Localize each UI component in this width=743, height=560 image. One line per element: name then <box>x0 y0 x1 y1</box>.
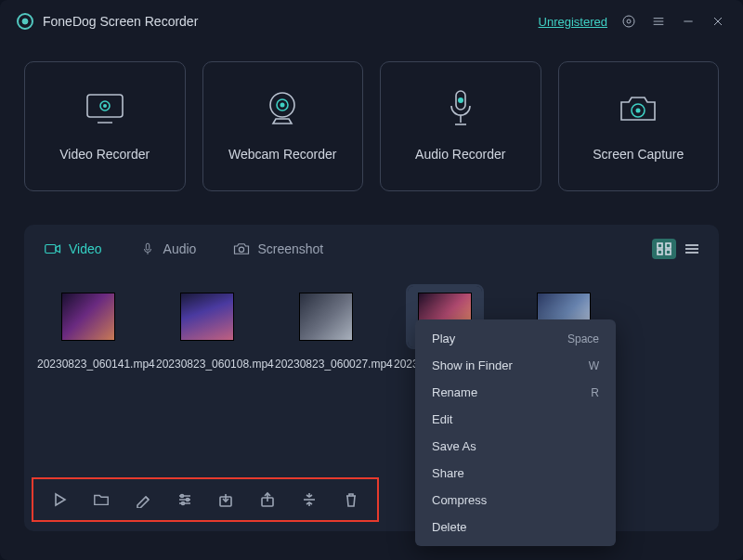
svg-point-18 <box>458 98 463 103</box>
gallery-tabs: Video Audio Screenshot <box>39 238 704 260</box>
svg-rect-25 <box>658 243 662 248</box>
list-view-button[interactable] <box>680 239 704 259</box>
titlebar: FoneDog Screen Recorder Unregistered <box>0 0 743 43</box>
tab-video[interactable]: Video <box>39 238 108 260</box>
ctx-save-as[interactable]: Save As <box>415 433 616 460</box>
titlebar-right: Unregistered <box>539 13 726 30</box>
webcam-icon <box>262 91 303 126</box>
save-button[interactable] <box>216 490 235 509</box>
card-video-recorder[interactable]: Video Recorder <box>24 61 186 191</box>
ctx-shortcut: R <box>591 386 599 399</box>
delete-button[interactable] <box>342 490 360 509</box>
card-label: Audio Recorder <box>415 147 505 162</box>
ctx-edit[interactable]: Edit <box>415 406 616 433</box>
thumbnail-label: 20230823_060108.mp4 <box>156 357 258 371</box>
card-label: Webcam Recorder <box>228 147 336 162</box>
card-webcam-recorder[interactable]: Webcam Recorder <box>202 61 364 191</box>
tab-label: Audio <box>163 241 197 256</box>
thumbnail-item[interactable]: 20230823_060108.mp4 <box>165 286 249 371</box>
edit-button[interactable] <box>134 490 152 509</box>
ctx-label: Play <box>432 332 455 345</box>
ctx-label: Compress <box>432 493 487 507</box>
svg-rect-28 <box>666 250 671 254</box>
app-logo-icon <box>17 13 33 30</box>
close-icon[interactable] <box>710 13 726 30</box>
compress-button[interactable] <box>300 490 319 509</box>
ctx-rename[interactable]: RenameR <box>415 379 616 406</box>
camera-icon <box>617 91 659 126</box>
thumbnail-label: 20230823_060027.mp4 <box>275 357 377 371</box>
ctx-label: Show in Finder <box>432 358 513 372</box>
tab-label: Screenshot <box>257 241 323 256</box>
svg-rect-22 <box>146 243 150 250</box>
ctx-show-in-finder[interactable]: Show in FinderW <box>415 352 616 379</box>
view-toggle <box>652 239 704 259</box>
ctx-label: Save As <box>432 439 476 453</box>
ctx-label: Delete <box>432 520 467 534</box>
svg-rect-26 <box>666 243 671 248</box>
unregistered-link[interactable]: Unregistered <box>539 15 607 29</box>
thumbnail-image <box>299 293 353 341</box>
ctx-label: Share <box>432 466 464 480</box>
thumbnail-item[interactable]: 20230823_060141.mp4 <box>46 286 130 371</box>
settings-sliders-button[interactable] <box>176 490 194 509</box>
svg-point-20 <box>636 109 641 113</box>
ctx-shortcut: Space <box>567 332 599 345</box>
gear-icon[interactable] <box>620 13 637 30</box>
ctx-delete[interactable]: Delete <box>415 514 616 540</box>
tab-audio[interactable]: Audio <box>134 238 202 260</box>
svg-point-14 <box>280 103 285 108</box>
tab-label: Video <box>69 241 102 256</box>
svg-rect-27 <box>658 250 662 254</box>
ctx-play[interactable]: PlaySpace <box>415 325 616 352</box>
ctx-label: Edit <box>432 412 452 426</box>
thumbnail-label: 20230823_060141.mp4 <box>37 357 139 371</box>
monitor-record-icon <box>83 91 127 126</box>
menu-icon[interactable] <box>650 13 667 30</box>
card-screen-capture[interactable]: Screen Capture <box>558 61 720 191</box>
play-button[interactable] <box>50 490 69 509</box>
context-menu: PlaySpace Show in FinderW RenameR Edit S… <box>415 319 616 546</box>
grid-view-button[interactable] <box>652 239 676 259</box>
microphone-icon <box>447 91 475 126</box>
thumbnail-image <box>180 293 234 341</box>
svg-point-11 <box>103 104 107 108</box>
svg-point-24 <box>240 247 244 252</box>
app-window: FoneDog Screen Recorder Unregistered Vid… <box>0 0 743 560</box>
ctx-compress[interactable]: Compress <box>415 487 616 514</box>
svg-point-1 <box>627 20 631 23</box>
ctx-label: Rename <box>432 385 477 399</box>
mode-cards: Video Recorder Webcam Recorder Audio Rec… <box>0 43 743 191</box>
svg-point-0 <box>623 16 634 27</box>
thumbnail-item[interactable]: 20230823_060027.mp4 <box>284 286 368 371</box>
share-button[interactable] <box>258 490 277 509</box>
card-label: Screen Capture <box>593 147 684 162</box>
folder-button[interactable] <box>92 490 111 509</box>
minimize-icon[interactable] <box>680 13 697 30</box>
ctx-share[interactable]: Share <box>415 460 616 487</box>
card-audio-recorder[interactable]: Audio Recorder <box>380 61 541 191</box>
tab-screenshot[interactable]: Screenshot <box>228 238 329 260</box>
app-title: FoneDog Screen Recorder <box>43 14 198 29</box>
bottom-toolbar <box>32 477 379 522</box>
svg-rect-21 <box>46 245 56 254</box>
thumbnail-image <box>61 293 115 341</box>
card-label: Video Recorder <box>59 147 150 162</box>
ctx-shortcut: W <box>589 359 599 372</box>
